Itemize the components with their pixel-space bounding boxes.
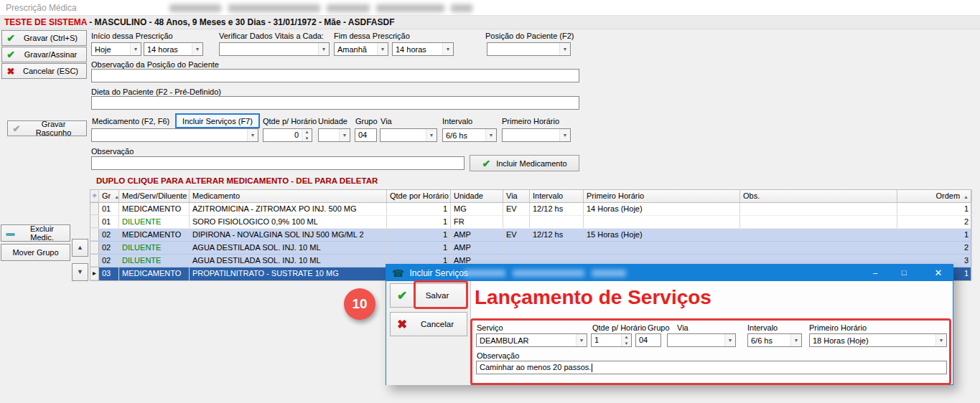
cancel-button[interactable]: ✖ Cancelar (ESC): [1, 63, 87, 79]
vitais-label: Verificar Dados Vitais a Cada:: [219, 32, 324, 40]
cancelar-button[interactable]: ✖ Cancelar: [390, 312, 467, 336]
minimize-button[interactable]: –: [864, 265, 886, 281]
dialog-via-label: Via: [677, 323, 689, 332]
chevron-down-icon: ▼: [192, 43, 202, 55]
dialog-observacao-input[interactable]: Caminhar ao menos 20 passos.: [476, 361, 947, 374]
dialog-qtde-label: Qtde p/ Horário: [592, 323, 646, 332]
table-row[interactable]: 02 MEDICAMENTO DIPIRONA - NOVALGINA SOL …: [90, 229, 971, 242]
redacted-text: [228, 4, 320, 12]
intervalo-label: Intervalo: [442, 117, 472, 125]
dialog-intervalo-combo[interactable]: 6/6 hs▼: [747, 333, 802, 347]
intervalo-combo[interactable]: 6/6 hs▼: [442, 128, 497, 142]
table-header-row: ✳ Gr▲ Med/Serv/Diluente Medicamento Qtde…: [90, 190, 971, 203]
annotation-step-badge: 10: [344, 288, 375, 320]
col-header-medicamento[interactable]: Medicamento: [190, 190, 387, 202]
via-combo[interactable]: ▼: [380, 128, 437, 142]
stepper-arrows-icon[interactable]: ▲▼: [302, 129, 312, 141]
inicio-time-combo[interactable]: 14 horas▼: [144, 42, 203, 56]
chevron-down-icon: ▼: [426, 129, 437, 141]
grupo-label: Grupo: [355, 117, 378, 125]
via-label: Via: [381, 117, 392, 125]
inicio-day-combo[interactable]: Hoje▼: [91, 42, 141, 56]
col-header-qtde[interactable]: Qtde por Horário: [387, 190, 451, 202]
col-header-med-serv[interactable]: Med/Serv/Diluente: [119, 190, 190, 202]
maximize-button[interactable]: □: [893, 265, 915, 281]
servico-combo[interactable]: DEAMBULAR▼: [476, 333, 587, 347]
dieta-input[interactable]: [91, 96, 579, 110]
primeiro-horario-combo[interactable]: ▼: [502, 128, 571, 142]
table-row[interactable]: 02 DILUENTE AGUA DESTILADA SOL. INJ. 10 …: [90, 242, 971, 255]
unidade-combo[interactable]: ▼: [318, 128, 350, 142]
redacted-text: [376, 4, 444, 12]
chevron-down-icon: ▼: [935, 334, 946, 346]
col-header-via[interactable]: Via: [503, 190, 530, 202]
dialog-via-combo[interactable]: ▼: [667, 333, 736, 347]
dialog-qtde-stepper[interactable]: 1 ▲▼: [591, 333, 632, 347]
cancelar-button-label: Cancelar: [414, 320, 467, 328]
chevron-down-icon: ▼: [576, 334, 587, 346]
salvar-button[interactable]: ✔ Salvar: [390, 283, 467, 308]
col-header-ordem[interactable]: Ordem▲: [897, 190, 972, 202]
incluir-servicos-button[interactable]: Incluir Serviços (F7): [175, 113, 260, 128]
grid-warning-text: DUPLO CLIQUE PARA ALTERAR MEDICAMENTO - …: [96, 176, 378, 185]
fim-time-combo[interactable]: 14 horas▼: [392, 42, 454, 56]
chevron-down-icon: ▼: [485, 129, 496, 141]
col-header-obs[interactable]: Obs.: [740, 190, 897, 202]
x-icon: ✖: [2, 66, 19, 77]
obs-posicao-input[interactable]: [91, 69, 579, 82]
table-row[interactable]: 01 MEDICAMENTO AZITROMICINA - ZITROMAX P…: [90, 203, 971, 216]
medicamento-combo[interactable]: ▼: [91, 128, 258, 142]
dialog-primeiro-combo[interactable]: 18 Horas (Hoje)▼: [809, 333, 947, 347]
redacted-text: [464, 270, 505, 277]
dieta-label: Dieta do Paciente (F2 - Pré-Definido): [91, 87, 221, 96]
save-sign-button[interactable]: ✔ Gravar/Assinar: [1, 47, 87, 62]
col-header-intervalo[interactable]: Intervalo: [530, 190, 584, 202]
arrow-down-icon: ▼: [77, 268, 83, 275]
chevron-down-icon: ▼: [724, 334, 735, 346]
save-button[interactable]: ✔ Gravar (Ctrl+S): [1, 30, 87, 46]
medicamento-label: Medicamento (F2, F6): [92, 117, 169, 125]
table-row[interactable]: 01 DILUENTE SORO FISIOLOGICO 0,9% 100 ML…: [90, 216, 971, 229]
redacted-text: [451, 4, 472, 12]
sort-asc-icon: ▲: [963, 194, 969, 199]
dialog-primeiro-label: Primeiro Horário: [809, 323, 867, 332]
qtde-horario-stepper[interactable]: 0 ▲▼: [263, 128, 312, 142]
check-icon: ✔: [482, 158, 490, 169]
chevron-down-icon: ▼: [790, 334, 801, 346]
dash-icon: [1, 229, 19, 237]
check-icon: ✔: [391, 288, 414, 303]
col-header-primeiro[interactable]: Primeiro Horário: [584, 190, 740, 202]
move-down-button[interactable]: ▼: [72, 263, 88, 281]
inicio-prescricao-label: Início dessa Prescrição: [91, 32, 173, 40]
chevron-down-icon: ▼: [559, 43, 570, 55]
stepper-arrows-icon[interactable]: ▲▼: [621, 334, 631, 346]
move-up-button[interactable]: ▲: [72, 239, 88, 257]
chevron-down-icon: ▼: [247, 129, 258, 141]
obs-posicao-label: Observação da Posição do Paciente: [91, 60, 219, 69]
posicao-paciente-combo[interactable]: ▼: [487, 42, 571, 56]
incluir-medicamento-button[interactable]: ✔ Incluir Medicamento: [470, 155, 579, 171]
chevron-down-icon: ▼: [559, 129, 570, 141]
patient-name: TESTE DE SISTEMA: [4, 17, 87, 27]
check-icon: ✔: [8, 123, 25, 134]
redacted-text: [592, 270, 626, 277]
posicao-paciente-label: Posição do Paciente (F2): [485, 32, 574, 40]
col-header-gr[interactable]: Gr▲: [99, 190, 119, 202]
dialog-grupo-input[interactable]: 04: [635, 333, 661, 347]
dialog-intervalo-label: Intervalo: [747, 323, 778, 332]
col-header-unidade[interactable]: Unidade: [451, 190, 503, 202]
delete-medication-button[interactable]: Excluir Medic.: [1, 224, 70, 242]
vitais-combo[interactable]: ▼: [219, 42, 330, 56]
grupo-input[interactable]: 04: [355, 128, 377, 142]
move-group-button[interactable]: Mover Grupo: [1, 244, 70, 261]
chevron-down-icon: ▼: [318, 43, 329, 55]
arrow-up-icon: ▲: [77, 244, 83, 251]
save-sign-button-label: Gravar/Assinar: [19, 50, 86, 59]
fim-prescricao-label: Fim dessa Prescrição: [334, 32, 410, 40]
close-button[interactable]: ✕: [926, 265, 951, 281]
window-title: Prescrição Médica: [6, 3, 77, 13]
save-draft-button[interactable]: ✔ Gravar Rascunho: [7, 120, 87, 136]
fim-day-combo[interactable]: Amanhã▼: [334, 42, 388, 56]
selected-row-indicator-icon: ▸: [90, 267, 99, 280]
observacao-input[interactable]: [91, 156, 465, 170]
